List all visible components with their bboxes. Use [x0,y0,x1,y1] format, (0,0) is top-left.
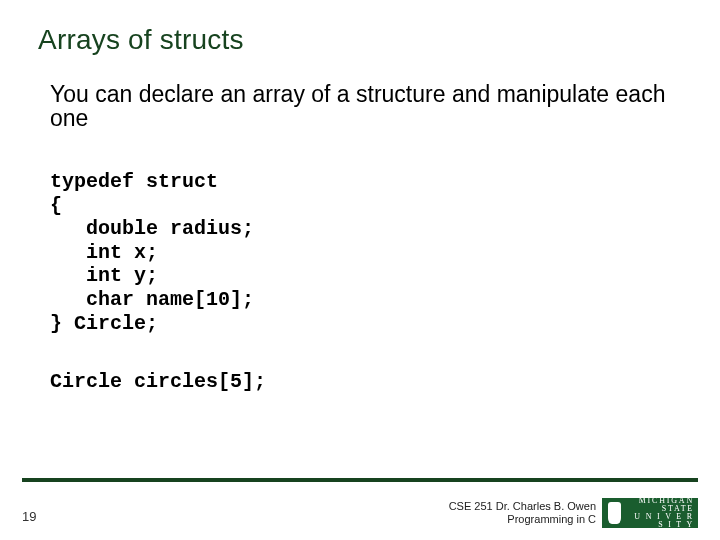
footer-line-2: Programming in C [449,513,596,526]
msu-logo-bottom: U N I V E R S I T Y [625,513,694,529]
msu-logo-top: MICHIGAN STATE [625,497,694,513]
msu-logo: MICHIGAN STATE U N I V E R S I T Y [602,498,698,528]
footer-divider [22,478,698,482]
code-block-typedef: typedef struct { double radius; int x; i… [50,170,254,335]
code-block-declaration: Circle circles[5]; [50,370,266,394]
slide-title: Arrays of structs [38,24,244,56]
footer-line-1: CSE 251 Dr. Charles B. Owen [449,500,596,513]
page-number: 19 [22,509,36,524]
msu-logo-text: MICHIGAN STATE U N I V E R S I T Y [625,497,694,529]
footer-attribution: CSE 251 Dr. Charles B. Owen Programming … [449,500,596,525]
footer-right: CSE 251 Dr. Charles B. Owen Programming … [449,498,698,528]
spartan-helmet-icon [608,502,621,524]
slide-body-text: You can declare an array of a structure … [50,82,670,130]
